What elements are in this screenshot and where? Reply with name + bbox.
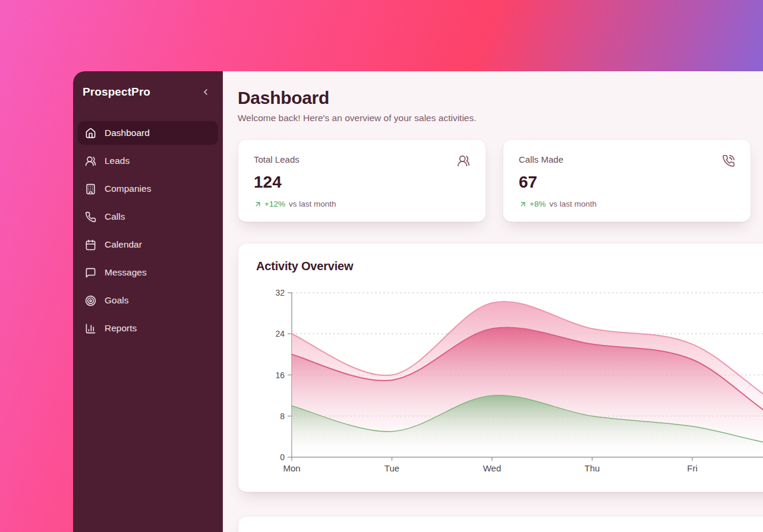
sidebar-item-leads[interactable]: Leads	[78, 149, 218, 173]
svg-text:8: 8	[280, 411, 285, 421]
stat-label: Total Leads	[254, 154, 299, 164]
svg-text:Thu: Thu	[585, 463, 600, 473]
page-subtitle: Welcome back! Here's an overview of your…	[238, 113, 763, 124]
sidebar: ProspectPro DashboardLeadsCompaniesCalls…	[73, 71, 223, 532]
phone-icon	[85, 211, 96, 223]
trend: +8%	[519, 200, 546, 208]
trend-suffix: vs last month	[549, 200, 597, 208]
sidebar-item-goals[interactable]: Goals	[78, 289, 218, 312]
chevron-left-icon	[201, 87, 210, 97]
stat-card-total-leads: Total Leads 124 +12% vs last month	[238, 139, 486, 222]
stat-card-calls-made: Calls Made 67 +8% vs last month	[503, 139, 751, 222]
activity-overview-card: Activity Overview 08162432MonTueWedThuFr…	[238, 243, 763, 492]
app-window: ProspectPro DashboardLeadsCompaniesCalls…	[73, 71, 763, 532]
svg-text:Mon: Mon	[283, 463, 300, 473]
sidebar-item-dashboard[interactable]: Dashboard	[78, 121, 218, 145]
sidebar-header: ProspectPro	[78, 84, 218, 100]
partial-bottom-card	[238, 516, 763, 532]
sidebar-item-companies[interactable]: Companies	[78, 177, 218, 201]
stats-row: Total Leads 124 +12% vs last month Calls…	[238, 139, 763, 222]
trend-suffix: vs last month	[289, 200, 336, 208]
sidebar-item-calls[interactable]: Calls	[78, 205, 218, 229]
sidebar-item-messages[interactable]: Messages	[78, 261, 218, 284]
sidebar-item-label: Reports	[105, 323, 137, 334]
target-icon	[85, 295, 96, 306]
sidebar-item-label: Companies	[105, 183, 151, 194]
stat-value: 124	[254, 173, 470, 192]
calendar-icon	[85, 239, 96, 251]
arrow-up-right-icon	[254, 200, 262, 208]
sidebar-item-label: Goals	[105, 295, 129, 306]
sidebar-item-calendar[interactable]: Calendar	[78, 233, 218, 256]
stat-card-header: Calls Made	[519, 154, 735, 167]
home-icon	[85, 128, 96, 139]
brand-name: ProspectPro	[83, 86, 150, 99]
svg-text:Wed: Wed	[483, 463, 502, 473]
dashboard-page: { "sidebar": { "brand": "ProspectPro", "…	[0, 0, 763, 532]
phone-call-icon	[722, 154, 735, 167]
chart-title: Activity Overview	[256, 259, 763, 273]
svg-text:16: 16	[275, 370, 285, 380]
stat-label: Calls Made	[519, 154, 563, 164]
users-icon	[85, 156, 96, 167]
stat-value: 67	[519, 173, 735, 192]
stat-trend: +8% vs last month	[519, 200, 735, 208]
svg-text:32: 32	[275, 288, 285, 297]
svg-text:Fri: Fri	[687, 463, 698, 473]
sidebar-collapse-button[interactable]	[198, 84, 213, 100]
sidebar-item-label: Leads	[105, 156, 130, 166]
chart-column-icon	[85, 323, 96, 334]
arrow-up-right-icon	[519, 200, 527, 208]
building-icon	[85, 183, 96, 195]
users-icon	[457, 154, 470, 167]
svg-text:Tue: Tue	[384, 463, 399, 473]
sidebar-item-label: Calendar	[105, 239, 142, 250]
area-chart-svg: 08162432MonTueWedThuFriSatSun	[256, 283, 763, 481]
trend-value: +12%	[264, 200, 285, 208]
message-square-icon	[85, 267, 96, 278]
svg-text:0: 0	[280, 452, 285, 462]
svg-text:24: 24	[275, 329, 285, 338]
trend-value: +8%	[529, 200, 546, 208]
stat-card-header: Total Leads	[254, 154, 470, 167]
stat-trend: +12% vs last month	[254, 200, 470, 208]
trend: +12%	[254, 200, 285, 208]
sidebar-item-reports[interactable]: Reports	[78, 316, 218, 340]
sidebar-item-label: Messages	[105, 267, 147, 278]
main-content: Dashboard Welcome back! Here's an overvi…	[223, 71, 763, 532]
sidebar-item-label: Dashboard	[105, 128, 150, 138]
sidebar-item-label: Calls	[105, 211, 125, 222]
sidebar-nav: DashboardLeadsCompaniesCallsCalendarMess…	[78, 121, 218, 340]
activity-area-chart: 08162432MonTueWedThuFriSatSun	[256, 283, 763, 483]
page-title: Dashboard	[238, 88, 763, 108]
